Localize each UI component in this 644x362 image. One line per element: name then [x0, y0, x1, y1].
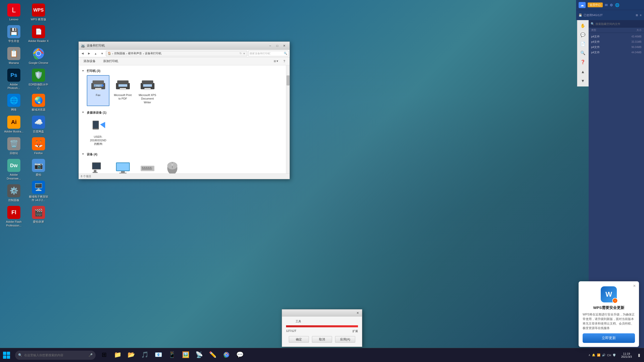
desktop-icon-manana[interactable]: 📋 Manana — [3, 46, 25, 66]
taskbar-task-view[interactable]: ⊞ — [98, 349, 111, 362]
rtb-comment-btn[interactable]: 💬 — [578, 31, 587, 39]
rtb-help-btn[interactable]: ❓ — [578, 58, 587, 66]
device-item-computer[interactable]: USER-201803... — [87, 159, 109, 173]
wps-search-input[interactable] — [595, 22, 642, 25]
addr-refresh-icon[interactable]: ↻ — [239, 52, 242, 55]
svg-rect-30 — [142, 167, 143, 168]
device-item-media[interactable]: USER-20180331ND的酷狗 — [87, 117, 109, 148]
printers-section-header[interactable]: ▼ 打印机 (3) — [82, 67, 283, 74]
taskbar-app8[interactable]: 📡 — [193, 349, 206, 362]
forward-btn[interactable]: ▶ — [86, 51, 92, 56]
popup-close-btn[interactable]: ✕ — [632, 283, 637, 288]
add-device-btn[interactable]: 添加设备 — [81, 58, 98, 64]
dialog-apply-btn[interactable]: 应用(A) — [335, 336, 355, 343]
desktop-icon-recycle-bin-label: 回收站 — [10, 151, 18, 155]
toolbar-help-btn[interactable]: ? — [281, 59, 288, 64]
taskbar-ps-app[interactable]: 🖼️ — [179, 349, 192, 362]
show-desktop-btn[interactable]: ▮ — [634, 349, 644, 362]
rtb-down-btn[interactable]: ▼ — [578, 77, 587, 85]
desktop-icon-internet[interactable]: 🌐 网络 — [3, 93, 25, 112]
taskbar-search-input[interactable] — [24, 353, 87, 357]
desktop-icon-photoshop[interactable]: Ps Adobe Photosh... — [3, 68, 25, 91]
svg-rect-33 — [148, 167, 149, 168]
taskbar-clock[interactable]: 11:19 2021/3/3 — [619, 352, 634, 358]
taskbar-file-explorer[interactable]: 📁 — [111, 349, 124, 362]
wps-search-bar: 🔍 — [589, 20, 644, 28]
rtb-search-btn[interactable]: 🔍 — [578, 49, 587, 57]
rtb-hand-btn[interactable]: ✋ — [578, 22, 587, 30]
desktop-icon-recycle-bin[interactable]: 🗑️ 回收站 — [3, 136, 25, 156]
desktop-icon-control-panel-label: 控制面板 — [8, 198, 19, 202]
popup-update-btn[interactable]: 立即更新 — [583, 333, 635, 343]
addr-devices[interactable]: 设备和打印机 — [145, 52, 162, 55]
desktop-icon-lenovo[interactable]: L Lenovo — [3, 3, 25, 22]
addr-hardware[interactable]: 硬件和声音 — [128, 52, 142, 55]
wps-grid-icon[interactable]: ⊞ — [636, 14, 638, 17]
maximize-btn[interactable]: □ — [274, 43, 280, 49]
tray-hide-btn[interactable]: ∧ — [588, 353, 590, 357]
desktop-icon-flash[interactable]: Fl Adobe Flash Profession... — [3, 205, 25, 228]
desktop-icon-dreamweaver[interactable]: Dw Adobe Dreamwe... — [3, 158, 25, 181]
wps-member-btn[interactable]: 会员中心 — [588, 3, 603, 7]
taskbar-app3[interactable]: 📂 — [125, 349, 138, 362]
wps-file-item-3[interactable]: p4文件 96.04MB — [589, 44, 644, 50]
print-dialog-close-btn[interactable]: ✕ — [354, 310, 361, 316]
devices-window-title: 设备和打印机 — [87, 43, 267, 48]
desktop-icon-edr[interactable]: 🛡️ EDR防御防火中心 — [27, 68, 50, 91]
taskbar-ai-app[interactable]: ✏️ — [206, 349, 219, 362]
taskbar-app5[interactable]: 📧 — [152, 349, 165, 362]
tray-icon5: 🛡️ — [613, 353, 616, 357]
wps-list-icon[interactable]: ≡ — [640, 14, 641, 17]
search-box[interactable]: 搜索'设备和打印机' 🔍 — [248, 51, 289, 56]
desktop-icon-edu-software[interactable]: 🖥️ 极域电子教室软件 v4.0 2... — [27, 180, 50, 203]
add-printer-btn[interactable]: 添加打印机 — [100, 58, 121, 64]
desktop-icon-baidu-pan[interactable]: ☁️ 百度网盘 — [27, 115, 50, 134]
minimize-btn[interactable]: – — [267, 43, 273, 49]
dialog-confirm-btn[interactable]: 确定 — [289, 336, 309, 343]
device-item-keyboard[interactable]: Keyboard — [136, 159, 159, 173]
recent-btn[interactable]: ▼ — [99, 51, 105, 56]
desktop-icon-illustrator-label: Adobe Illustra... — [4, 130, 23, 133]
window-scrollbar[interactable] — [286, 65, 290, 173]
rtb-up-btn[interactable]: ▲ — [578, 68, 587, 76]
desktop-icon-camera[interactable]: 📷 爱拍 — [27, 158, 50, 177]
up-btn[interactable]: ▲ — [93, 51, 98, 56]
taskbar-search[interactable]: 🔍 🎤 — [15, 351, 96, 360]
devices-section-header[interactable]: ▼ 设备 (4) — [82, 151, 283, 158]
back-btn[interactable]: ◀ — [80, 51, 85, 56]
desktop-icon-chrome[interactable]: Google Chrome — [27, 46, 50, 66]
dialog-cancel-btn[interactable]: 取消 — [312, 336, 332, 343]
desktop-icon-adobe-reader[interactable]: 📄 Adobe Reader X — [27, 24, 50, 44]
clock-date: 2021/3/3 — [621, 355, 632, 358]
svg-rect-21 — [93, 163, 100, 169]
desktop-icon-browser[interactable]: 🌏 极域浏览器 — [27, 93, 50, 112]
addr-control-panel[interactable]: 控制面板 — [114, 52, 125, 55]
desktop-icon-control-panel[interactable]: ⚙️ 控制面板 — [3, 183, 25, 203]
scrollbar-thumb[interactable] — [287, 75, 290, 85]
taskbar-start-btn[interactable] — [0, 349, 13, 362]
taskbar-chrome-app[interactable] — [220, 349, 233, 362]
desktop-icon-recording[interactable]: 🎬 爱拍录屏 — [27, 205, 50, 224]
device-item-ms-print-pdf[interactable]: Microsoft Print to PDF — [111, 75, 134, 106]
taskbar-app6[interactable]: 📱 — [166, 349, 179, 362]
wps-file-item-1[interactable]: p4文件 43.46MB — [589, 34, 644, 39]
device-item-monitor[interactable]: Monitor — [111, 159, 134, 173]
taskbar-app11[interactable]: 💬 — [233, 349, 247, 362]
rtb-document-btn[interactable]: 📄 — [578, 40, 587, 48]
view-options-btn[interactable]: ⊞▼ — [273, 59, 279, 64]
device-item-fax[interactable]: Fax Fax — [87, 75, 109, 106]
taskbar-mic-icon[interactable]: 🎤 — [89, 353, 93, 357]
desktop-icon-student-storage[interactable]: 💾 学生存盒 — [3, 24, 25, 44]
close-btn[interactable]: ✕ — [281, 43, 288, 49]
desktop-icon-wps[interactable]: WPS WPS 教育版 — [27, 3, 50, 22]
address-path[interactable]: 🏠 › 控制面板 › 硬件和声音 › 设备和打印机 ↻ ▼ — [106, 51, 247, 56]
device-item-ms-xps[interactable]: Microsoft XPS Document Writer — [136, 75, 159, 106]
wps-file-item-4[interactable]: p4文件 44.04MB — [589, 50, 644, 55]
desktop-icon-firefox[interactable]: 🦊 Firefox — [27, 136, 50, 156]
addr-dropdown-icon[interactable]: ▼ — [243, 52, 246, 55]
wps-file-item-2[interactable]: p4文件 33.31MB — [589, 39, 644, 44]
taskbar-app4[interactable]: 🎵 — [138, 349, 151, 362]
media-section-header[interactable]: ▼ 多媒体设备 (1) — [82, 109, 283, 116]
device-item-mouse[interactable]: Mouse — [161, 159, 183, 173]
desktop-icon-illustrator[interactable]: Ai Adobe Illustra... — [3, 115, 25, 134]
